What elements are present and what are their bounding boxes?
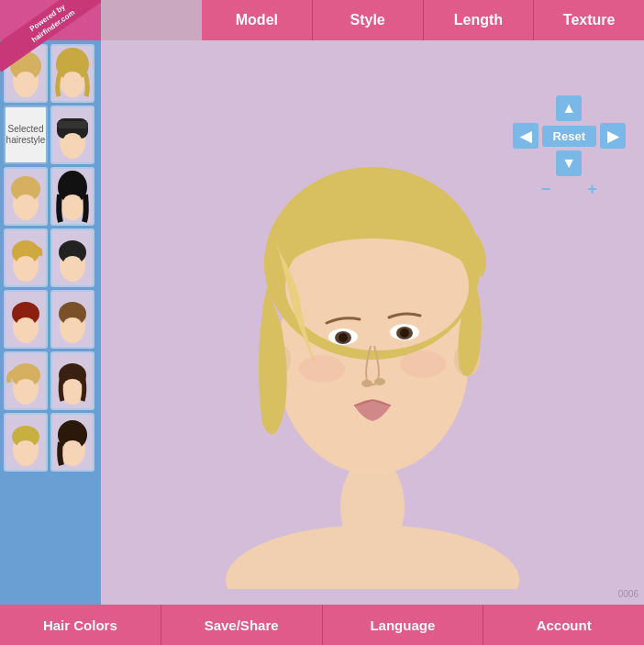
hairstyle-thumb-14[interactable] [50, 413, 94, 472]
arrow-down-row: ▼ [556, 150, 582, 176]
zoom-in-button[interactable]: + [587, 180, 597, 199]
svg-point-53 [361, 380, 372, 387]
svg-point-56 [400, 350, 446, 378]
svg-point-39 [63, 440, 82, 455]
nav-language[interactable]: Language [323, 605, 484, 645]
nav-account[interactable]: Account [483, 605, 644, 645]
tab-texture[interactable]: Texture [534, 0, 644, 40]
hairstyle-thumb-6[interactable] [50, 167, 94, 226]
arrow-up-row: ▲ [556, 95, 582, 121]
svg-point-55 [299, 355, 345, 383]
arrow-right-button[interactable]: ▶ [600, 123, 626, 149]
svg-point-54 [374, 378, 385, 385]
svg-point-12 [17, 195, 35, 209]
svg-point-27 [63, 317, 82, 332]
branding-banner: Powered by hairfinder.com [0, 0, 101, 73]
hairstyle-thumb-10[interactable] [50, 290, 94, 349]
sidebar-row-1: Selectedhairestyle [4, 106, 97, 164]
tab-model[interactable]: Model [202, 0, 313, 40]
svg-point-36 [17, 440, 35, 455]
zoom-out-button[interactable]: − [541, 180, 551, 199]
image-code: 0006 [618, 589, 638, 599]
sidebar-row-5 [4, 351, 97, 410]
svg-point-49 [339, 333, 348, 342]
svg-point-15 [63, 195, 82, 209]
nav-save-share[interactable]: Save/Share [161, 605, 323, 645]
model-display-area: ▲ ◀ Reset ▶ ▼ − + 0006 [101, 40, 644, 605]
nav-hair-colors[interactable]: Hair Colors [0, 605, 161, 645]
selected-label: Selectedhairestyle [5, 122, 48, 148]
sidebar-row-6 [4, 413, 97, 472]
top-navigation: Model Style Length Texture [202, 0, 644, 40]
hairstyle-sidebar: Selectedhairestyle [0, 40, 101, 605]
svg-point-52 [400, 328, 409, 338]
svg-point-8 [63, 133, 82, 148]
tab-style[interactable]: Style [313, 0, 424, 40]
hairstyle-thumb-8[interactable] [50, 228, 94, 287]
sidebar-row-2 [4, 167, 97, 226]
reset-button[interactable]: Reset [542, 126, 596, 147]
svg-point-30 [17, 379, 35, 394]
sidebar-row-4 [4, 290, 97, 349]
svg-point-2 [17, 72, 35, 86]
hairstyle-thumb-5[interactable] [4, 167, 48, 226]
brand-text: Powered by hairfinder.com [0, 0, 101, 72]
main-layout: Selectedhairestyle [0, 40, 644, 605]
zoom-row: − + [541, 178, 597, 201]
svg-point-21 [63, 256, 82, 271]
svg-point-5 [63, 72, 82, 86]
sidebar-row-3 [4, 228, 97, 287]
arrow-down-button[interactable]: ▼ [556, 150, 582, 176]
bottom-navigation: Hair Colors Save/Share Language Account [0, 605, 644, 645]
svg-point-41 [226, 525, 519, 589]
hairstyle-thumb-11[interactable] [4, 351, 48, 410]
arrow-up-button[interactable]: ▲ [556, 95, 582, 121]
hairstyle-thumb-12[interactable] [50, 351, 94, 410]
navigation-controls: ▲ ◀ Reset ▶ ▼ − + [513, 95, 626, 201]
hairstyle-thumb-13[interactable] [4, 413, 48, 472]
arrow-middle-row: ◀ Reset ▶ [513, 123, 626, 149]
tab-length[interactable]: Length [424, 0, 535, 40]
arrow-left-button[interactable]: ◀ [513, 123, 539, 149]
hairstyle-thumb-7[interactable] [4, 228, 48, 287]
hairstyle-thumb-9[interactable] [4, 290, 48, 349]
model-svg [207, 57, 538, 589]
svg-rect-9 [57, 121, 88, 128]
hairstyle-selected[interactable]: Selectedhairestyle [4, 106, 48, 164]
svg-point-24 [17, 317, 35, 332]
hairstyle-thumb-4[interactable] [50, 106, 94, 164]
svg-point-18 [17, 256, 35, 271]
svg-point-33 [63, 379, 82, 394]
